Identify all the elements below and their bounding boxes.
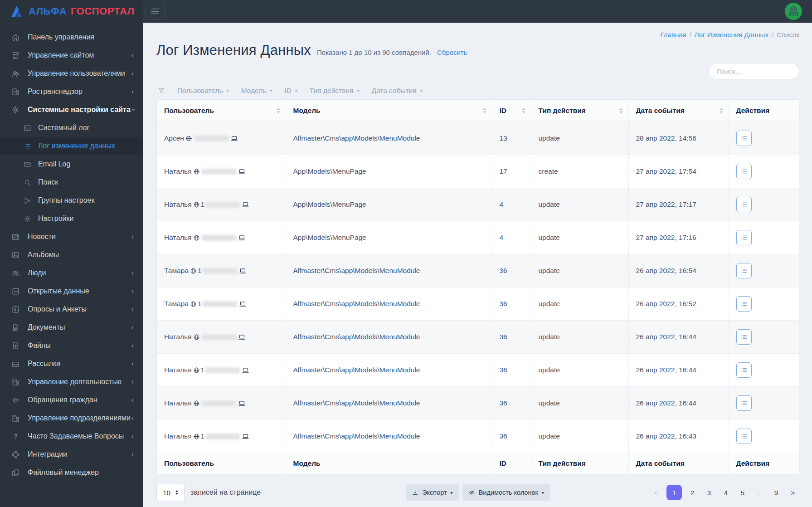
integration-icon [11,450,20,459]
sidebar-item-Управление подразделениями[interactable]: Управление подразделениями‹ [0,409,143,427]
pagination-item[interactable]: > [787,485,799,500]
filter-dropdown[interactable]: Тип действия ▾ [310,87,360,95]
action-type-cell: update [531,420,628,453]
filter-dropdown[interactable]: Модель ▾ [241,87,272,95]
sidebar-subitem-Системный лог[interactable]: Системный лог [0,119,143,137]
chevron-left-icon: ‹ [131,414,134,422]
row-details-button[interactable] [736,329,752,345]
user-avatar[interactable] [785,3,802,20]
row-details-button[interactable] [736,362,752,378]
column-header-id[interactable]: ID [492,100,531,122]
pagination-item[interactable]: 2 [686,485,699,500]
pagination-item[interactable]: 5 [736,485,749,500]
sidebar-subitem-Поиск[interactable]: Поиск [0,173,143,191]
pagination-item[interactable]: 4 [720,485,732,500]
gear-icon [11,106,20,114]
breadcrumb-home-link[interactable]: Главная [661,31,686,39]
sidebar-toggle-button[interactable] [146,3,165,20]
page-size-select[interactable]: 10 [156,484,185,501]
laptop-icon [238,168,246,176]
sidebar-item-Управление сайтом[interactable]: Управление сайтом‹ [0,46,143,64]
list-details-icon [740,201,748,208]
sidebar-item-Ространснадзор[interactable]: Ространснадзор‹ [0,83,143,101]
pagination-item[interactable]: < [650,485,662,500]
sidebar-subitem-Группы настроек[interactable]: Группы настроек [0,191,143,210]
user-name: Наталья [164,333,192,341]
chevron-left-icon: ‹ [131,52,134,59]
gear-icon [24,215,31,223]
sort-icon[interactable] [277,108,280,114]
user-name: Наталья [164,200,192,209]
row-details-button[interactable] [736,197,752,212]
row-details-button[interactable] [736,429,752,444]
sidebar-item-Системные настройки сайта[interactable]: Системные настройки сайта‹ [0,101,143,119]
sort-icon[interactable] [522,108,525,114]
ip-prefix: 1 [198,300,202,308]
image-icon [11,251,20,259]
row-details-button[interactable] [736,296,752,312]
sidebar-item-Опросы и Анкеты[interactable]: Опросы и Анкеты‹ [0,300,143,318]
date-cell: 27 апр 2022, 17:16 [628,221,729,254]
sidebar-item-Интеграции[interactable]: Интеграции‹ [0,445,143,463]
topbar [143,0,812,23]
breadcrumb-section-link[interactable]: Лог Изменения Данных [695,31,768,39]
model-cell: Alfmaster\Cms\app\Models\MenuModule [286,420,492,453]
column-visibility-button[interactable]: Видимость колонок ▾ [462,484,550,501]
sidebar-subitem-Лог изменения данных[interactable]: Лог изменения данных [0,137,143,155]
column-header-date[interactable]: Дата события [628,100,729,122]
sidebar-item-Файлы[interactable]: Файлы‹ [0,336,143,355]
column-header-action-type[interactable]: Тип действия [531,100,628,122]
user-name: Наталья [164,167,192,176]
row-details-button[interactable] [736,230,752,245]
filter-dropdown[interactable]: Дата события ▾ [371,87,422,95]
column-header-user[interactable]: Пользователь [157,100,286,122]
sidebar-item-Панель управления[interactable]: Панель управления [0,28,143,46]
date-cell: 26 апр 2022, 16:54 [628,254,729,288]
sidebar-item-Управление деятельностью[interactable]: Управление деятельностью‹ [0,373,143,391]
reset-filters-link[interactable]: Сбросить [437,49,467,56]
chevron-left-icon: ‹ [131,288,134,295]
laptop-icon [242,433,249,440]
sort-icon[interactable] [483,108,486,114]
brand-alpha: АЛЬФА [29,5,67,17]
pagination-item[interactable]: 3 [703,485,715,500]
pagination-item[interactable]: 1 [666,485,682,500]
list-icon [24,142,31,150]
pagination-item[interactable]: 9 [770,485,783,500]
sidebar-item-Открытые данные[interactable]: Открытые данные‹ [0,282,143,300]
filter-dropdown[interactable]: ID ▾ [284,87,297,95]
model-cell: App\Models\MenuPage [286,155,492,188]
sidebar-item-Альбомы[interactable]: Альбомы [0,246,143,264]
sidebar-subitem-Настройки[interactable]: Настройки [0,210,143,228]
user-name: Арсен [164,134,184,142]
user-name: Тамара [164,300,189,308]
brand-logo[interactable]: АЛЬФА ГОСПОРТАЛ [0,0,143,23]
sidebar-item-Управление пользователями[interactable]: Управление пользователями‹ [0,64,143,83]
sort-icon[interactable] [720,108,723,114]
sidebar-item-Документы[interactable]: Документы‹ [0,318,143,336]
chevron-left-icon: ‹ [131,360,134,367]
eye-slash-icon [468,489,475,496]
filter-dropdown[interactable]: Пользователь ▾ [177,87,229,95]
row-details-button[interactable] [736,131,752,146]
user-name: Тамара [164,267,189,275]
sidebar-item-Часто Задаваемые Вопросы[interactable]: Часто Задаваемые Вопросы‹ [0,427,143,445]
redacted-ip [202,235,236,241]
search-input[interactable] [709,63,799,79]
sort-icon[interactable] [619,108,623,114]
row-details-button[interactable] [736,395,752,411]
table-header-row: Пользователь Модель ID Тип действия Дата… [157,100,799,122]
row-details-button[interactable] [736,263,752,278]
date-cell: 26 апр 2022, 16:44 [628,354,729,387]
column-header-model[interactable]: Модель [286,100,492,122]
sidebar-item-Обращения граждан[interactable]: Обращения граждан‹ [0,391,143,409]
sidebar-item-Рассылки[interactable]: Рассылки‹ [0,355,143,373]
sidebar-item-Файловый менеджер[interactable]: Файловый менеджер [0,463,143,482]
sidebar-item-Люди[interactable]: Люди‹ [0,264,143,282]
sidebar-subitem-Email Log[interactable]: Email Log [0,155,143,173]
pagination-item[interactable]: ... [753,485,766,500]
row-details-button[interactable] [736,164,752,179]
main-area: Главная/Лог Изменения Данных/Список Лог … [143,0,812,507]
sidebar-item-Новости[interactable]: Новости‹ [0,228,143,246]
export-button[interactable]: Экспорт ▾ [406,484,459,501]
